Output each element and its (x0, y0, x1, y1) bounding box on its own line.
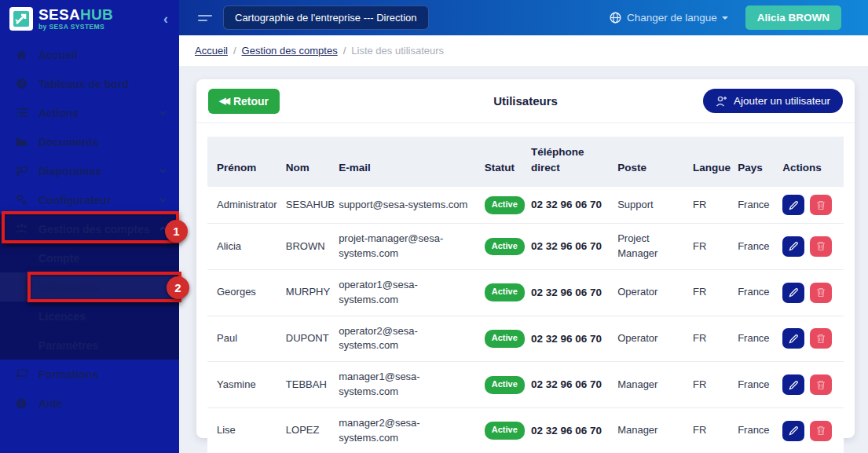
cell-telephone: 02 32 96 06 70 (525, 224, 611, 270)
sidebar-item-documents[interactable]: Documents (0, 127, 179, 156)
sidebar-item-aide[interactable]: Aide (0, 389, 179, 418)
cell-poste: Support (611, 187, 687, 224)
sidebar-item-label: Accueil (38, 49, 168, 61)
training-icon (14, 368, 28, 381)
users-table-wrapper: Prénom Nom E-mail Statut Téléphone direc… (196, 123, 855, 453)
card-header: ◀◀ Retour Utilisateurs Ajouter un utilis… (196, 79, 855, 123)
cell-nom: DUPONT (280, 316, 332, 362)
home-icon (14, 49, 28, 61)
info-icon (14, 397, 28, 410)
sidebar-item-licences[interactable]: Licences (0, 301, 179, 331)
sidebar-item-label: Paramètres (38, 339, 98, 352)
sidebar-item-label: Gestion des comptes (38, 223, 159, 236)
gears-icon (14, 194, 28, 206)
trash-icon (816, 200, 826, 210)
edit-user-button[interactable] (782, 421, 804, 441)
users-table: Prénom Nom E-mail Statut Téléphone direc… (207, 137, 844, 453)
language-menu-label: Changer de langue (627, 12, 717, 24)
sidebar-item-utilisateurs[interactable]: Utilisateurs (0, 272, 179, 301)
menu-toggle-icon[interactable] (198, 15, 214, 21)
col-header-pays: Pays (731, 137, 776, 187)
cell-nom: SESAHUB (280, 187, 332, 224)
breadcrumb-link-accueil[interactable]: Accueil (195, 45, 228, 57)
cell-prenom: Yasmine (207, 362, 280, 408)
delete-user-button[interactable] (810, 283, 832, 303)
breadcrumb-current: Liste des utilisateurs (351, 45, 444, 57)
add-user-button[interactable]: Ajouter un utilisateur (703, 89, 843, 113)
topbar: Cartographie de l'entreprise --- Directi… (179, 0, 868, 35)
page-context-select[interactable]: Cartographie de l'entreprise --- Directi… (223, 5, 429, 30)
sidebar-collapse-icon[interactable]: ‹ (160, 11, 171, 27)
col-header-telephone: Téléphone direct (525, 137, 611, 187)
edit-user-button[interactable] (782, 374, 804, 395)
cell-email: operator2@sesa-systems.com (332, 316, 478, 362)
sidebar-item-tableaux-de-bord[interactable]: Tableaux de bord (0, 69, 179, 98)
sidebar-item-label: Aide (38, 397, 168, 410)
edit-user-button[interactable] (782, 236, 804, 257)
sidebar-item-gestion-des-comptes[interactable]: Gestion des comptes (0, 214, 179, 243)
cell-email: manager1@sesa-systems.com (332, 362, 478, 408)
sidebar-item-label: Compte (38, 252, 79, 265)
cell-pays: France (731, 316, 776, 362)
delete-user-button[interactable] (810, 421, 832, 441)
sidebar: SESAHUB by SESA SYSTEMS ‹ Accueil Tablea… (0, 0, 179, 453)
sidebar-item-label: Tableaux de bord (38, 78, 168, 90)
pencil-icon (789, 334, 799, 344)
sidebar-item-accueil[interactable]: Accueil (0, 40, 179, 69)
sidebar-item-configurateur[interactable]: Configurateur (0, 185, 179, 214)
delete-user-button[interactable] (810, 195, 832, 215)
sidebar-item-label: Configurateur (38, 194, 159, 206)
language-menu[interactable]: Changer de langue (610, 12, 728, 24)
pencil-icon (789, 426, 799, 436)
table-row: Alicia BROWN projet-manager@sesa-systems… (207, 224, 844, 270)
sidebar-item-compte[interactable]: Compte (0, 243, 179, 272)
cell-telephone: 02 32 96 06 70 (525, 316, 611, 362)
breadcrumb-separator: / (233, 45, 236, 57)
table-row: Administrator SESAHUB support@sesa-syste… (207, 187, 844, 224)
sidebar-item-actions[interactable]: Actions (0, 98, 179, 127)
cell-langue: FR (687, 224, 731, 270)
trash-icon (816, 287, 826, 298)
pencil-icon (789, 241, 799, 251)
chevron-down-icon (159, 195, 168, 205)
folder-icon (14, 136, 28, 148)
back-button[interactable]: ◀◀ Retour (208, 89, 280, 114)
main-content: ◀◀ Retour Utilisateurs Ajouter un utilis… (179, 66, 868, 453)
delete-user-button[interactable] (810, 236, 832, 257)
cell-telephone: 02 32 96 06 70 (525, 407, 611, 453)
breadcrumb: Accueil / Gestion des comptes / Liste de… (179, 35, 868, 66)
cell-email: support@sesa-systems.com (332, 187, 478, 224)
cell-pays: France (731, 224, 776, 270)
cell-langue: FR (687, 316, 731, 362)
status-badge: Active (485, 422, 525, 440)
chevron-down-icon (159, 108, 168, 118)
edit-user-button[interactable] (782, 283, 804, 303)
pencil-icon (789, 200, 799, 210)
edit-user-button[interactable] (782, 328, 804, 349)
sidebar-item-parametres[interactable]: Paramètres (0, 331, 179, 360)
status-badge: Active (485, 283, 525, 301)
sidebar-item-diaporamas[interactable]: Diaporamas (0, 156, 179, 185)
person-plus-icon (716, 96, 727, 107)
cell-nom: TEBBAH (280, 362, 332, 408)
breadcrumb-link-gestion-des-comptes[interactable]: Gestion des comptes (242, 45, 338, 57)
table-row: Yasmine TEBBAH manager1@sesa-systems.com… (207, 362, 844, 408)
cell-prenom: Georges (207, 269, 280, 316)
cell-langue: FR (687, 362, 731, 408)
cell-email: operator1@sesa-systems.com (332, 269, 478, 316)
delete-user-button[interactable] (810, 374, 832, 395)
edit-user-button[interactable] (782, 195, 804, 215)
delete-user-button[interactable] (810, 328, 832, 349)
user-profile-button[interactable]: Alicia BROWN (745, 5, 841, 30)
sidebar-item-formations[interactable]: Formations (0, 360, 179, 389)
cell-prenom: Lise (207, 407, 280, 453)
add-user-button-label: Ajouter un utilisateur (734, 95, 830, 107)
sidebar-item-label: Licences (38, 310, 86, 323)
col-header-email: E-mail (332, 137, 478, 187)
brand-logo: SESAHUB by SESA SYSTEMS (38, 7, 160, 31)
cell-langue: FR (687, 407, 731, 453)
cell-nom: BROWN (280, 224, 332, 270)
cell-telephone: 02 32 96 06 70 (525, 269, 611, 316)
cell-poste: Operator (611, 316, 687, 362)
sidebar-header: SESAHUB by SESA SYSTEMS ‹ (0, 0, 179, 38)
